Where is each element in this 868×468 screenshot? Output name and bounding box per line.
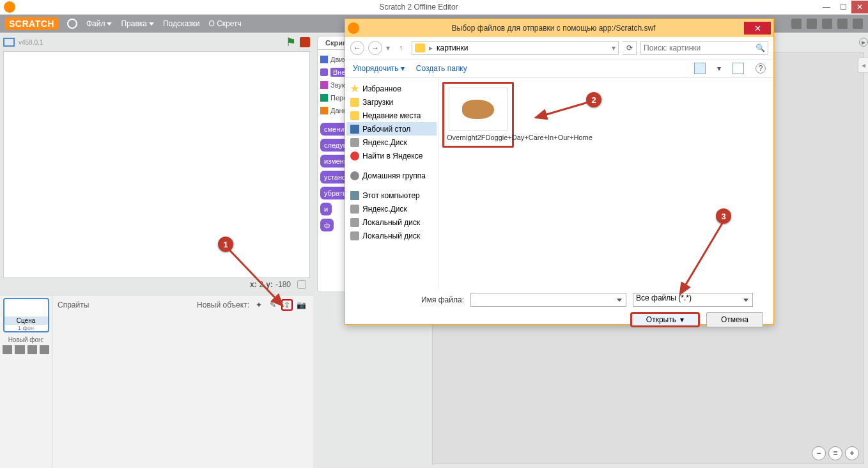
menu-file[interactable]: Файл (86, 19, 112, 28)
dialog-icon (348, 22, 359, 34)
filetype-select[interactable]: Все файлы (*.*) (633, 293, 753, 307)
window-title: Scratch 2 Offline Editor (19, 3, 818, 12)
stage-coords: x:2 y:-180 (3, 278, 310, 291)
filename-input[interactable] (470, 293, 626, 307)
open-button[interactable]: Открыть ▾ (630, 312, 700, 327)
toolbar-icon[interactable] (837, 19, 848, 29)
file-list[interactable]: Overnight2FDoggie+Day+Care+In+Our+Home (438, 78, 773, 288)
zoom-reset-icon[interactable]: = (828, 446, 842, 460)
menu-about[interactable]: О Скретч (209, 19, 242, 28)
fullscreen-icon[interactable] (3, 38, 15, 47)
annotation-1: 1 (218, 237, 233, 252)
sprite-upload-icon[interactable]: ⇪ (281, 299, 293, 311)
sprite-library-icon[interactable]: ✦ (253, 299, 265, 311)
nav-history-icon[interactable]: ▾ (386, 43, 390, 52)
cat-sound[interactable]: Звук (330, 81, 345, 89)
toolbar-icon[interactable] (853, 19, 863, 29)
dialog-title: Выбор файлов для отправки с помощью app:… (363, 24, 744, 33)
preview-pane-icon[interactable] (732, 63, 744, 74)
scratch-logo: SCRATCH (5, 17, 58, 30)
filename-label: Имя файла: (353, 295, 464, 304)
file-name-label: Overnight2FDoggie+Day+Care+In+Our+Home (444, 134, 512, 142)
block[interactable]: и (320, 203, 332, 215)
stage-canvas[interactable] (3, 51, 310, 278)
version-label: v458.0.1 (19, 39, 43, 46)
nav-back-icon[interactable]: ← (350, 41, 364, 55)
camera-icon[interactable] (40, 345, 49, 354)
stage-thumbnail[interactable]: Сцена 1 фон (3, 298, 49, 332)
toolbar-icon[interactable] (807, 19, 817, 29)
block[interactable]: ф (320, 219, 334, 231)
breadcrumb[interactable]: ▸ картинки ▾ (412, 41, 619, 55)
annotation-2: 2 (586, 92, 601, 107)
app-icon (4, 1, 15, 13)
paint-icon[interactable] (15, 345, 24, 354)
library-icon[interactable] (3, 345, 12, 354)
new-sprite-label: Новый объект: (197, 300, 249, 309)
folder-icon (415, 43, 425, 52)
green-flag-icon[interactable]: ⚑ (286, 35, 296, 49)
refresh-icon[interactable]: ⟳ (623, 41, 637, 55)
window-titlebar: Scratch 2 Offline Editor — ☐ ✕ (0, 0, 868, 15)
right-handle[interactable]: ◂ (858, 58, 868, 73)
sprite-camera-icon[interactable]: 📷 (295, 299, 307, 311)
file-item[interactable]: Overnight2FDoggie+Day+Care+In+Our+Home (442, 82, 514, 148)
maximize-button[interactable]: ☐ (835, 1, 851, 13)
organize-menu[interactable]: Упорядочить ▾ (353, 64, 405, 73)
view-mode-icon[interactable] (694, 63, 706, 74)
search-input[interactable]: 🔍 (640, 41, 768, 55)
search-icon: 🔍 (756, 43, 765, 52)
sprites-title: Спрайты (58, 300, 197, 309)
zoom-out-icon[interactable]: − (812, 446, 826, 460)
toolbar-icon[interactable] (791, 19, 802, 29)
help-icon[interactable]: ? (756, 63, 766, 74)
language-icon[interactable] (67, 19, 77, 29)
dialog-close-button[interactable]: ✕ (744, 22, 771, 35)
file-open-dialog: Выбор файлов для отправки с помощью app:… (345, 19, 774, 325)
toolbar-icon[interactable] (822, 19, 832, 29)
zoom-in-icon[interactable]: + (845, 446, 859, 460)
collapse-icon[interactable]: ▸ (859, 38, 868, 47)
nav-forward-icon[interactable]: → (368, 41, 382, 55)
nav-up-icon[interactable]: ↑ (394, 41, 408, 55)
minimize-button[interactable]: — (818, 1, 835, 13)
menu-edit[interactable]: Правка (121, 19, 154, 28)
new-folder-button[interactable]: Создать папку (416, 64, 467, 73)
upload-icon[interactable] (27, 345, 37, 354)
sprite-paint-icon[interactable]: ✎ (267, 299, 279, 311)
expand-icon[interactable] (297, 280, 306, 289)
annotation-3: 3 (716, 208, 731, 224)
stop-icon[interactable] (300, 37, 310, 47)
menu-tips[interactable]: Подсказки (163, 19, 200, 28)
thumbnail-image (462, 100, 494, 119)
cancel-button[interactable]: Отмена (706, 312, 763, 327)
new-backdrop-label: Новый фон: (3, 336, 49, 343)
close-button[interactable]: ✕ (851, 1, 868, 13)
stage-area: v458.0.1 ⚑ x:2 y:-180 (0, 33, 313, 295)
folder-tree[interactable]: Избранное Загрузки Недавние места Рабочи… (345, 78, 438, 288)
